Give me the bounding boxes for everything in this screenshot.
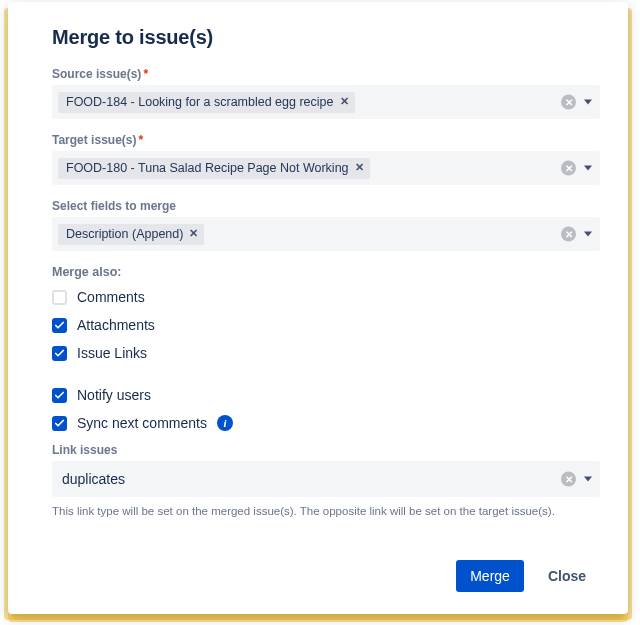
- checkbox-label: Issue Links: [77, 345, 147, 361]
- chevron-down-icon[interactable]: [584, 232, 592, 237]
- fields-select[interactable]: Description (Append) ✕ ✕: [52, 217, 600, 251]
- info-icon[interactable]: i: [217, 415, 233, 431]
- checkbox-label: Sync next comments: [77, 415, 207, 431]
- remove-chip-icon[interactable]: ✕: [340, 95, 349, 108]
- clear-icon[interactable]: ✕: [561, 472, 576, 487]
- target-issues-select[interactable]: FOOD-180 - Tuna Salad Recipe Page Not Wo…: [52, 151, 600, 185]
- chevron-down-icon[interactable]: [584, 477, 592, 482]
- link-issues-value: duplicates: [62, 471, 125, 487]
- link-issues-select[interactable]: duplicates ✕: [52, 461, 600, 497]
- source-chip-label: FOOD-184 - Looking for a scrambled egg r…: [66, 95, 334, 110]
- remove-chip-icon[interactable]: ✕: [355, 161, 364, 174]
- clear-icon[interactable]: ✕: [561, 227, 576, 242]
- close-button[interactable]: Close: [534, 560, 600, 592]
- checkbox-syncNext[interactable]: [52, 416, 67, 431]
- target-chip[interactable]: FOOD-180 - Tuna Salad Recipe Page Not Wo…: [58, 158, 370, 179]
- checkbox-row-issueLinks: Issue Links: [52, 345, 600, 361]
- target-label: Target issue(s)*: [52, 133, 600, 147]
- clear-icon[interactable]: ✕: [561, 161, 576, 176]
- merge-dialog: Merge to issue(s) Source issue(s)* FOOD-…: [8, 2, 628, 614]
- chevron-down-icon[interactable]: [584, 100, 592, 105]
- clear-icon[interactable]: ✕: [561, 95, 576, 110]
- checkbox-row-syncNext: Sync next commentsi: [52, 415, 600, 431]
- checkbox-label: Attachments: [77, 317, 155, 333]
- checkbox-row-notifyUsers: Notify users: [52, 387, 600, 403]
- merge-button[interactable]: Merge: [456, 560, 524, 592]
- checkbox-attachments[interactable]: [52, 318, 67, 333]
- fields-label: Select fields to merge: [52, 199, 600, 213]
- remove-chip-icon[interactable]: ✕: [189, 227, 198, 240]
- checkbox-comments[interactable]: [52, 290, 67, 305]
- chevron-down-icon[interactable]: [584, 166, 592, 171]
- dialog-footer: Merge Close: [456, 560, 600, 592]
- link-issues-label: Link issues: [52, 443, 600, 457]
- link-help-text: This link type will be set on the merged…: [52, 503, 600, 519]
- source-issues-select[interactable]: FOOD-184 - Looking for a scrambled egg r…: [52, 85, 600, 119]
- checkbox-notifyUsers[interactable]: [52, 388, 67, 403]
- required-mark: *: [143, 67, 148, 81]
- checkbox-label: Comments: [77, 289, 145, 305]
- source-label: Source issue(s)*: [52, 67, 600, 81]
- field-chip[interactable]: Description (Append) ✕: [58, 224, 204, 245]
- checkbox-row-attachments: Attachments: [52, 317, 600, 333]
- checkbox-row-comments: Comments: [52, 289, 600, 305]
- dialog-title: Merge to issue(s): [52, 26, 600, 49]
- checkbox-issueLinks[interactable]: [52, 346, 67, 361]
- merge-also-label: Merge also:: [52, 265, 600, 279]
- field-chip-label: Description (Append): [66, 227, 183, 242]
- source-chip[interactable]: FOOD-184 - Looking for a scrambled egg r…: [58, 92, 355, 113]
- required-mark: *: [138, 133, 143, 147]
- target-chip-label: FOOD-180 - Tuna Salad Recipe Page Not Wo…: [66, 161, 349, 176]
- checkbox-label: Notify users: [77, 387, 151, 403]
